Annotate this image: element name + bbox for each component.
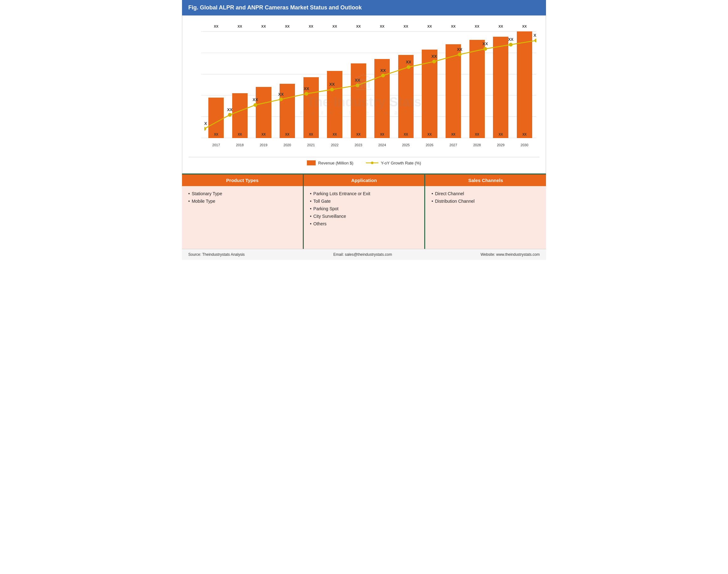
bar-group: XXXX2025 xyxy=(394,31,418,138)
x-axis-label: 2018 xyxy=(236,143,244,147)
x-axis-label: 2017 xyxy=(212,143,220,147)
legend-revenue: Revenue (Million $) xyxy=(307,160,353,165)
panel-sales-channels-body: Direct ChannelDistribution Channel xyxy=(425,186,546,249)
svg-point-1 xyxy=(371,162,374,164)
panel-product-types-body: Stationary TypeMobile Type xyxy=(182,186,303,249)
bar-top-label: XX xyxy=(451,25,456,28)
bar-top-label: XX xyxy=(309,25,313,28)
x-axis-label: 2029 xyxy=(497,143,504,147)
bar-mid-label: XX xyxy=(214,133,218,136)
panel-sales-channels: Sales Channels Direct ChannelDistributio… xyxy=(425,174,546,249)
bar-top-label: XX xyxy=(332,25,337,28)
x-axis-label: 2028 xyxy=(473,143,481,147)
list-item: Distribution Channel xyxy=(431,199,540,204)
panel-product-types: Product Types Stationary TypeMobile Type xyxy=(182,174,304,249)
bar-top-label: XX xyxy=(498,25,503,28)
bar-group: XXXX2021 xyxy=(299,31,323,138)
bar-group: XXXX2020 xyxy=(275,31,299,138)
bar-top-label: XX xyxy=(285,25,290,28)
panel-application-header: Application xyxy=(304,174,425,186)
legend-growth: Y-oY Growth Rate (%) xyxy=(366,160,421,165)
bar-group: XXXX2019 xyxy=(252,31,275,138)
bar-mid-label: XX xyxy=(261,133,265,136)
bar-group: XXXX2030 xyxy=(513,31,537,138)
bar-top-label: XX xyxy=(214,25,218,28)
bar-mid-label: XX xyxy=(356,133,360,136)
list-item: Direct Channel xyxy=(431,191,540,196)
bar-mid-label: XX xyxy=(427,133,431,136)
x-axis-label: 2027 xyxy=(449,143,457,147)
list-item: Mobile Type xyxy=(188,199,297,204)
bar: XX xyxy=(493,37,508,138)
list-item: Parking Lots Entrance or Exit xyxy=(310,191,418,196)
page-header: Fig. Global ALPR and ANPR Cameras Market… xyxy=(182,0,546,15)
bar-top-label: XX xyxy=(427,25,432,28)
x-axis-label: 2030 xyxy=(521,143,528,147)
panel-application-body: Parking Lots Entrance or ExitToll GatePa… xyxy=(304,186,425,249)
footer-website: Website: www.theindustrystats.com xyxy=(480,252,540,257)
product-types-list: Stationary TypeMobile Type xyxy=(188,191,297,204)
bar-mid-label: XX xyxy=(404,133,408,136)
bar-group: XXXX2029 xyxy=(489,31,513,138)
bar-group: XXXX2026 xyxy=(418,31,441,138)
panel-application: Application Parking Lots Entrance or Exi… xyxy=(304,174,426,249)
bar-group: XXXX2017 xyxy=(204,31,228,138)
bar-group: XXXX2028 xyxy=(465,31,489,138)
bar-group: XXXX2024 xyxy=(370,31,394,138)
x-axis-label: 2021 xyxy=(307,143,315,147)
bar-top-label: XX xyxy=(238,25,242,28)
x-axis-label: 2026 xyxy=(426,143,433,147)
bar-mid-label: XX xyxy=(238,133,242,136)
bar-group: XXXX2023 xyxy=(346,31,370,138)
bar: XX xyxy=(351,64,366,138)
chart-area: XXXX2017XXXX2018XXXX2019XXXX2020XXXX2021… xyxy=(188,22,540,154)
bar: XX xyxy=(208,97,224,138)
bar: XX xyxy=(445,44,461,138)
footer: Source: Theindustrystats Analysis Email:… xyxy=(182,249,546,260)
bar-group: XXXX2022 xyxy=(323,31,347,138)
legend-line-svg xyxy=(366,160,378,165)
bars-container: XXXX2017XXXX2018XXXX2019XXXX2020XXXX2021… xyxy=(204,31,536,138)
bar-mid-label: XX xyxy=(285,133,289,136)
bar-mid-label: XX xyxy=(475,133,479,136)
list-item: Stationary Type xyxy=(188,191,297,196)
bar-top-label: XX xyxy=(403,25,408,28)
list-item: City Surveillance xyxy=(310,214,418,219)
legend-revenue-label: Revenue (Million $) xyxy=(318,161,353,165)
bar: XX xyxy=(232,93,248,138)
page-title: Fig. Global ALPR and ANPR Cameras Market… xyxy=(188,4,362,11)
bar: XX xyxy=(422,50,437,138)
bar: XX xyxy=(303,77,319,138)
bar-top-label: XX xyxy=(522,25,527,28)
x-axis-label: 2022 xyxy=(331,143,338,147)
bar-top-label: XX xyxy=(475,25,479,28)
list-item: Toll Gate xyxy=(310,199,418,204)
application-list: Parking Lots Entrance or ExitToll GatePa… xyxy=(310,191,418,226)
bar-top-label: XX xyxy=(356,25,361,28)
legend-bar-icon xyxy=(307,160,316,165)
legend-area: Revenue (Million $) Y-oY Growth Rate (%) xyxy=(188,157,540,170)
panels-section: Product Types Stationary TypeMobile Type… xyxy=(182,173,546,249)
panel-product-types-header: Product Types xyxy=(182,174,303,186)
bar-group: XXXX2018 xyxy=(228,31,252,138)
x-axis-label: 2025 xyxy=(402,143,410,147)
chart-section: 🏛 The Industry Stats m a r k e t r e s e… xyxy=(182,15,546,173)
bar-group: XXXX2027 xyxy=(441,31,465,138)
bar-top-label: XX xyxy=(380,25,384,28)
bar-mid-label: XX xyxy=(499,133,503,136)
list-item: Others xyxy=(310,221,418,226)
bar-mid-label: XX xyxy=(451,133,455,136)
bar-mid-label: XX xyxy=(309,133,313,136)
x-axis-label: 2024 xyxy=(378,143,386,147)
list-item: Parking Spot xyxy=(310,206,418,211)
bar: XX xyxy=(517,31,532,138)
footer-email: Email: sales@theindustrystats.com xyxy=(333,252,392,257)
bar-mid-label: XX xyxy=(333,133,337,136)
bar: XX xyxy=(398,55,414,138)
bar: XX xyxy=(280,84,295,138)
panel-sales-channels-header: Sales Channels xyxy=(425,174,546,186)
x-axis-label: 2023 xyxy=(354,143,362,147)
bar: XX xyxy=(327,71,342,138)
bar-mid-label: XX xyxy=(380,133,384,136)
footer-source: Source: Theindustrystats Analysis xyxy=(188,252,245,257)
